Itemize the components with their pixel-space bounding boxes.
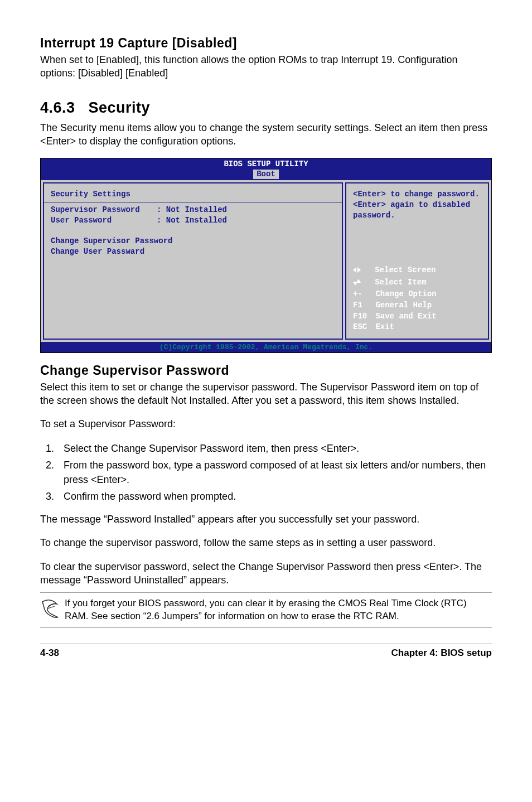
security-heading: 4.6.3Security [40,99,492,117]
step-item: From the password box, type a password c… [57,458,492,487]
security-number: 4.6.3 [40,99,75,116]
bios-left-pane: Security Settings Supervisor Password: N… [43,182,343,340]
svg-marker-3 [356,279,361,283]
bios-action-change-user: Change User Passward [51,247,144,256]
bios-row-user: User Password: Not Installed [51,216,227,225]
bios-key-row: ESC Exit [353,322,394,331]
steps-list: Select the Change Supervisor Password it… [40,441,492,504]
note-icon [40,597,65,622]
page-footer: 4-38 Chapter 4: BIOS setup [40,644,492,659]
bios-key-row: +- Change Option [353,289,437,298]
bios-right-pane: <Enter> to change password. <Enter> agai… [345,182,489,340]
change-supervisor-p4: To change the supervisor password, follo… [40,536,492,549]
svg-marker-1 [357,267,361,273]
note-text: If you forget your BIOS password, you ca… [65,597,492,623]
bios-action-change-supervisor: Change Supervisor Password [51,236,172,245]
change-supervisor-p3: The message “Password Installed” appears… [40,513,492,526]
security-title: Security [89,99,151,116]
interrupt-title: Interrupt 19 Capture [Disabled] [40,36,492,51]
footer-chapter: Chapter 4: BIOS setup [391,648,492,659]
note-block: If you forget your BIOS password, you ca… [40,592,492,628]
change-supervisor-title: Change Supervisor Password [40,363,492,378]
change-supervisor-p1: Select this item to set or change the su… [40,380,492,408]
step-item: Select the Change Supervisor Password it… [57,441,492,456]
bios-key-list: Select Screen Select Item +- Change Opti… [353,265,481,333]
footer-page-number: 4-38 [40,648,59,659]
bios-tab-boot: Boot [253,170,279,179]
bios-key-row: F1 General Help [353,301,432,310]
arrow-lr-icon [353,266,361,277]
security-intro: The Security menu items allow you to cha… [40,121,492,148]
bios-key-row: Select Screen [353,265,436,274]
arrow-ud-icon [353,278,361,289]
bios-left-heading: Security Settings [51,190,130,199]
change-supervisor-p5: To clear the supervisor password, select… [40,560,492,587]
bios-key-row: F10 Save and Exit [353,312,437,321]
bios-help-text: <Enter> to change password. <Enter> agai… [353,189,481,221]
bios-header-title: BIOS SETUP UTILITY [41,160,491,169]
step-item: Confirm the password when prompted. [57,489,492,504]
bios-screenshot: BIOS SETUP UTILITY Boot Security Setting… [40,158,492,353]
bios-row-supervisor: Supervisor Password: Not Installed [51,205,227,214]
bios-copyright: (C)Copyright 1985-2002, American Megatre… [41,342,491,352]
change-supervisor-p2: To set a Supervisor Password: [40,417,492,431]
bios-header: BIOS SETUP UTILITY Boot [41,158,491,180]
interrupt-body: When set to [Enabled], this function all… [40,53,492,80]
svg-marker-0 [353,267,356,273]
bios-key-row: Select Item [353,278,427,287]
